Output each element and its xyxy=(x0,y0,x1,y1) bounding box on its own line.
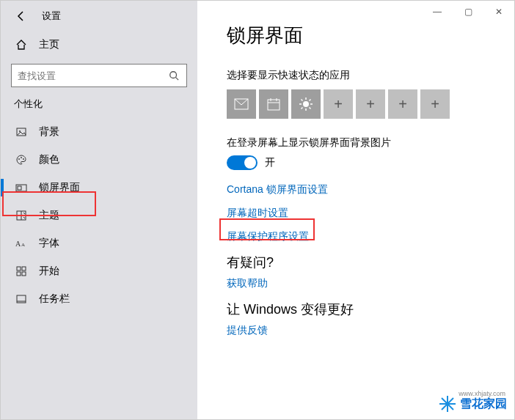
svg-line-35 xyxy=(442,398,453,410)
tile-weather[interactable] xyxy=(291,89,321,119)
svg-rect-15 xyxy=(22,272,26,276)
help-heading: 有疑问? xyxy=(227,254,514,271)
content-pane: — ▢ ✕ 锁屏界面 选择要显示快速状态的应用 + + + + xyxy=(197,1,514,419)
sidebar-item-fonts[interactable]: AA 字体 xyxy=(1,229,197,257)
quick-status-label: 选择要显示快速状态的应用 xyxy=(227,69,514,82)
watermark: 雪花家园 www.xhjaty.com xyxy=(438,394,507,413)
svg-rect-13 xyxy=(22,267,26,270)
svg-point-23 xyxy=(303,101,309,107)
svg-point-6 xyxy=(23,158,24,160)
sidebar-item-background[interactable]: 背景 xyxy=(1,118,197,146)
search-icon xyxy=(169,70,180,81)
search-input[interactable] xyxy=(18,70,169,81)
back-arrow-icon[interactable] xyxy=(14,9,29,23)
link-cortana[interactable]: Cortana 锁屏界面设置 xyxy=(227,183,514,196)
link-feedback[interactable]: 提供反馈 xyxy=(227,324,514,337)
bg-toggle-label: 在登录屏幕上显示锁屏界面背景图片 xyxy=(227,136,514,150)
sidebar-item-label: 字体 xyxy=(39,237,59,250)
window-controls: — ▢ ✕ xyxy=(422,1,514,23)
sidebar-item-lockscreen[interactable]: 锁屏界面 xyxy=(1,174,197,202)
content-inner: 锁屏界面 选择要显示快速状态的应用 + + + + 在登录屏幕上显示锁屏界面背景… xyxy=(197,1,514,337)
svg-line-31 xyxy=(310,100,311,101)
svg-text:A: A xyxy=(15,240,21,248)
svg-line-34 xyxy=(442,398,453,410)
snowflake-icon xyxy=(438,394,457,413)
svg-rect-12 xyxy=(17,267,21,270)
watermark-url: www.xhjaty.com xyxy=(459,390,505,397)
sidebar-item-label: 颜色 xyxy=(39,153,59,166)
bg-toggle-row: 开 xyxy=(227,155,514,170)
minimize-button[interactable]: — xyxy=(422,1,453,23)
tile-calendar[interactable] xyxy=(259,89,288,119)
tile-add[interactable]: + xyxy=(324,89,353,119)
sidebar-item-label: 任务栏 xyxy=(39,292,70,306)
title-bar: 设置 xyxy=(1,1,197,32)
page-title: 锁屏界面 xyxy=(227,23,514,48)
tile-mail[interactable] xyxy=(227,89,256,119)
svg-point-0 xyxy=(170,72,177,78)
sidebar-item-label: 背景 xyxy=(39,125,59,139)
font-icon: AA xyxy=(14,239,29,248)
improve-heading: 让 Windows 变得更好 xyxy=(227,301,514,318)
svg-text:A: A xyxy=(21,242,25,248)
quick-status-tiles: + + + + xyxy=(227,89,514,119)
taskbar-icon xyxy=(14,293,29,305)
section-header: 个性化 xyxy=(1,97,197,118)
tile-add[interactable]: + xyxy=(388,89,417,119)
sidebar-item-taskbar[interactable]: 任务栏 xyxy=(1,285,197,313)
sidebar-item-label: 主题 xyxy=(39,209,59,222)
sidebar-item-colors[interactable]: 颜色 xyxy=(1,146,197,174)
svg-point-4 xyxy=(18,158,20,160)
bg-toggle[interactable] xyxy=(227,155,258,170)
palette-icon xyxy=(14,154,29,166)
svg-point-5 xyxy=(21,157,22,158)
nav-list: 背景 颜色 锁屏界面 主题 AA 字体 开始 xyxy=(1,118,197,313)
sidebar: 设置 主页 个性化 背景 颜色 锁 xyxy=(1,1,197,419)
link-screensaver[interactable]: 屏幕保护程序设置 xyxy=(227,230,514,243)
home-icon xyxy=(14,39,29,51)
bg-toggle-state: 开 xyxy=(265,156,275,169)
svg-line-30 xyxy=(302,108,303,109)
start-icon xyxy=(14,265,29,277)
lock-icon xyxy=(14,182,29,194)
window-title: 设置 xyxy=(42,10,61,23)
tile-add[interactable]: + xyxy=(420,89,450,119)
tile-add[interactable]: + xyxy=(356,89,385,119)
link-get-help[interactable]: 获取帮助 xyxy=(227,277,514,290)
svg-rect-14 xyxy=(17,272,21,276)
sidebar-item-start[interactable]: 开始 xyxy=(1,257,197,285)
svg-rect-8 xyxy=(18,186,21,190)
home-button[interactable]: 主页 xyxy=(1,32,197,58)
sidebar-item-label: 开始 xyxy=(39,265,59,278)
close-button[interactable]: ✕ xyxy=(483,1,514,23)
svg-rect-19 xyxy=(268,100,280,110)
theme-icon xyxy=(14,210,29,221)
svg-line-28 xyxy=(302,100,303,101)
maximize-button[interactable]: ▢ xyxy=(453,1,483,23)
search-box[interactable] xyxy=(11,64,187,87)
home-label: 主页 xyxy=(39,38,59,51)
svg-line-1 xyxy=(176,78,179,81)
image-icon xyxy=(14,126,29,138)
sidebar-item-themes[interactable]: 主题 xyxy=(1,202,197,229)
settings-window: 设置 主页 个性化 背景 颜色 锁 xyxy=(0,0,515,420)
svg-line-29 xyxy=(310,108,311,109)
link-timeout[interactable]: 屏幕超时设置 xyxy=(227,207,514,220)
watermark-brand: 雪花家园 xyxy=(460,397,507,412)
sidebar-item-label: 锁屏界面 xyxy=(39,181,80,194)
